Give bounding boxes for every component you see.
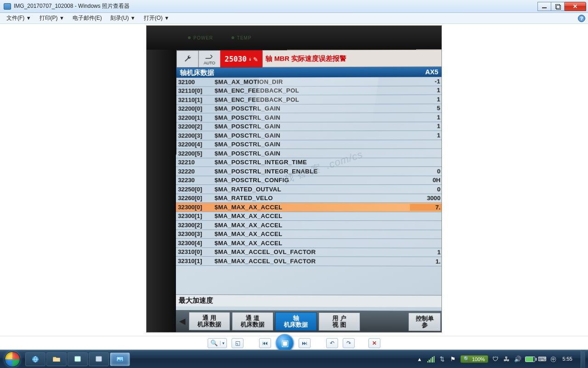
app-icon (4, 3, 11, 10)
param-row: 32300[3]$MA_MAX_AX_ACCEL (176, 230, 441, 239)
param-value: 1 (410, 132, 441, 138)
param-name: $MA_MAX_ACCEL_OVL_FACTOR (210, 258, 410, 265)
param-id: 32110[1] (176, 96, 210, 103)
tray-network-icon[interactable]: 🖧 (503, 356, 510, 363)
param-row: 32200[0]$MA_POSCTRL_GAIN5 (176, 104, 441, 114)
param-row: 32100$MA_AX_MOTION_DIR-1 (176, 77, 441, 86)
param-name: $MA_MAX_AX_ACCEL (210, 240, 410, 247)
param-id: 32100 (176, 79, 210, 86)
param-row: 32110[1]$MA_ENC_FEEDBACK_POL1 (176, 95, 441, 104)
param-value: 7. (410, 204, 441, 211)
param-id: 32230 (176, 177, 210, 184)
tray-zoom-indicator[interactable]: 🔍 100% (460, 355, 488, 363)
zoom-control[interactable]: 🔍▾ (208, 338, 227, 348)
close-button[interactable] (564, 2, 586, 11)
menu-print[interactable]: 打印(P) ▼ (36, 13, 68, 23)
param-name: $MA_MAX_ACCEL_OVL_FACTOR (210, 248, 410, 256)
tray-shield-icon[interactable]: 🛡 (492, 356, 499, 363)
softkey-bar: ◀ 通 用机床数据 通 道机床数据 轴机床数据 用 户视 图 控制单参 (176, 310, 441, 332)
param-id: 32200[0] (176, 105, 210, 112)
svg-rect-2 (96, 356, 102, 362)
param-row: 32200[1]$MA_POSCTRL_GAIN1 (176, 113, 441, 122)
param-row: 32260[0]$MA_RATED_VELO3000 (176, 194, 441, 203)
clock[interactable]: 5:55 (561, 356, 574, 362)
param-name: $MA_POSCTRL_GAIN (210, 141, 410, 148)
taskbar-app2[interactable] (89, 352, 109, 366)
param-id: 32210 (176, 159, 210, 166)
param-value: -1 (410, 78, 441, 85)
menu-email[interactable]: 电子邮件(E) (69, 13, 106, 23)
signal-icon[interactable] (427, 356, 435, 362)
softkey-control-unit: 控制单参 (408, 313, 441, 332)
param-value: 1 (410, 87, 441, 94)
tray-action-center-icon[interactable]: ⚑ (449, 356, 457, 363)
param-description: 最大加速度 (176, 294, 441, 307)
menu-open[interactable]: 打开(O) ▼ (140, 13, 173, 23)
param-id: 32300[2] (176, 222, 210, 229)
help-icon[interactable]: ? (578, 15, 585, 22)
param-row: 32250[0]$MA_RATED_OUTVAL0 (176, 185, 441, 194)
param-value: 1 (410, 123, 441, 130)
param-row: 32300[0]$MA_MAX_AX_ACCEL7. (176, 203, 441, 212)
param-name: $MA_POSCTRL_CONFIG (210, 177, 410, 184)
window-title: IMG_20170707_102008 - Windows 照片查看器 (14, 2, 538, 10)
param-row: 32300[1]$MA_MAX_AX_ACCEL (176, 212, 441, 221)
param-row: 32200[4]$MA_POSCTRL_GAIN (176, 140, 441, 149)
rotate-ccw-button[interactable]: ↶ (326, 338, 338, 348)
maximize-button[interactable] (551, 2, 565, 11)
menu-file[interactable]: 文件(F) ▼ (3, 13, 35, 23)
param-row: 32220$MA_POSCTRL_INTEGR_ENABLE0 (176, 167, 441, 176)
windows-orb-icon (5, 351, 20, 367)
start-button[interactable] (0, 350, 25, 368)
param-name: $MA_POSCTRL_INTEGR_ENABLE (210, 168, 410, 175)
param-id: 32260[0] (176, 195, 210, 201)
param-name: $MA_POSCTRL_GAIN (210, 150, 410, 156)
next-button[interactable]: ⏭ (299, 338, 311, 348)
taskbar-explorer[interactable] (46, 352, 67, 366)
photo-content[interactable]: POWER TEMP AUTO 25030↓✎ 轴 MB (147, 26, 441, 332)
param-value: 0 (410, 168, 441, 175)
param-id: 32200[1] (176, 114, 210, 121)
softkey-channel-md: 通 道机床数据 (232, 312, 273, 330)
tray-wifi-icon[interactable]: ⇅ (438, 356, 446, 363)
taskbar-photo-viewer[interactable] (110, 352, 130, 366)
param-row: 32210$MA_POSCTRL_INTEGR_TIME (176, 158, 441, 167)
battery-icon[interactable] (525, 356, 535, 362)
param-value: 1 (410, 114, 441, 121)
title-bar[interactable]: IMG_20170707_102008 - Windows 照片查看器 (0, 0, 588, 13)
actual-size-button[interactable]: ◱ (232, 338, 243, 348)
param-row: 32200[2]$MA_POSCTRL_GAIN1 (176, 122, 441, 131)
previous-button[interactable]: ⏮ (259, 338, 271, 348)
taskbar[interactable]: ▴ ⇅ ⚑ 🔍 100% 🛡 🖧 🔊 ⌨ ㊥ 5:55 (0, 350, 588, 368)
taskbar-ie[interactable] (25, 352, 45, 366)
param-id: 32200[2] (176, 123, 210, 130)
param-id: 32200[4] (176, 141, 210, 148)
delete-button[interactable]: ✕ (368, 338, 380, 348)
photo-stage: POWER TEMP AUTO 25030↓✎ 轴 MB (0, 24, 588, 336)
window-frame: IMG_20170707_102008 - Windows 照片查看器 文件(F… (0, 0, 588, 368)
rotate-cw-button[interactable]: ↷ (343, 338, 355, 348)
show-desktop-button[interactable] (581, 350, 585, 368)
chevron-down-icon[interactable]: ▾ (220, 341, 226, 345)
taskbar-app1[interactable] (68, 352, 88, 366)
param-value: 5 (410, 105, 441, 112)
param-value: 1. (410, 258, 441, 264)
tray-ime-icon[interactable]: ⌨ (539, 356, 546, 363)
menu-burn[interactable]: 刻录(U) ▼ (107, 13, 139, 23)
tray-volume-icon[interactable]: 🔊 (514, 356, 521, 363)
tray-chevron-up-icon[interactable]: ▴ (416, 356, 424, 363)
param-id: 32200[3] (176, 132, 210, 139)
param-id: 32300[1] (176, 213, 210, 219)
param-name: $MA_POSCTRL_GAIN (210, 132, 410, 139)
param-name: $MA_RATED_OUTVAL (210, 186, 410, 193)
param-value: 1 (410, 249, 441, 256)
param-id: 32310[0] (176, 248, 210, 255)
param-row: 32200[3]$MA_POSCTRL_GAIN1 (176, 131, 441, 140)
minimize-button[interactable] (537, 2, 551, 11)
system-tray[interactable]: ▴ ⇅ ⚑ 🔍 100% 🛡 🖧 🔊 ⌨ ㊥ 5:55 (416, 350, 585, 368)
param-id: 32300[0] (176, 204, 210, 211)
param-row: 32110[0]$MA_ENC_FEEDBACK_POL1 (176, 86, 441, 96)
menu-bar: 文件(F) ▼ 打印(P) ▼ 电子邮件(E) 刻录(U) ▼ 打开(O) ▼ … (0, 13, 588, 24)
tray-lang-icon[interactable]: ㊥ (550, 356, 557, 363)
param-name: $MA_ENC_FEEDBACK_POL (210, 96, 409, 103)
